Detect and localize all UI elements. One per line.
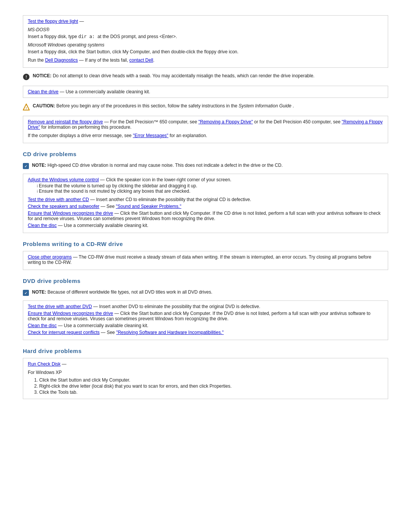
cd-row-volume: Adjust the Windows volume control — Clic… — [28, 177, 383, 194]
volume-sublist: Ensure that the volume is turned up by c… — [37, 183, 383, 194]
ensure-windows-cd-link[interactable]: Ensure that Windows recognizes the drive — [28, 211, 113, 216]
hard-drive-box: Run Check Disk — For Windows XP Click th… — [23, 358, 388, 399]
caution-1: ! CAUTION: Before you begin any of the p… — [23, 102, 388, 112]
check-speakers-link[interactable]: Check the speakers and subwoofer — [28, 204, 99, 209]
volume-sub2: Ensure that the sound is not muted by cl… — [37, 189, 383, 194]
test-another-dvd-link[interactable]: Test the drive with another DVD — [28, 304, 92, 309]
dvd-row-windows-recognizes: Ensure that Windows recognizes the drive… — [28, 311, 383, 321]
notice-icon: ! — [23, 73, 30, 80]
svg-text:✓: ✓ — [24, 165, 27, 168]
cd-row-speakers: Check the speakers and subwoofer — See "… — [28, 204, 383, 209]
cd-drive-heading: CD drive problems — [23, 151, 388, 157]
clean-drive-box: Clean the drive — Use a commercially ava… — [23, 86, 388, 98]
check-interrupt-link[interactable]: Check for interrupt request conflicts — [28, 330, 100, 335]
check-disk-steps: Click the Start button and click My Comp… — [39, 377, 383, 395]
sound-speaker-problems-link[interactable]: "Sound and Speaker Problems." — [116, 204, 182, 209]
clean-disc-dvd-link[interactable]: Clean the disc — [28, 323, 57, 328]
svg-text:!: ! — [26, 106, 27, 110]
close-other-programs-link[interactable]: Close other programs — [28, 254, 72, 260]
check-disk-step-1: Click the Start button and click My Comp… — [39, 377, 383, 383]
svg-text:✓: ✓ — [24, 291, 27, 295]
ensure-windows-dvd-link[interactable]: Ensure that Windows recognizes the drive — [28, 311, 113, 316]
test-floppy-dash: — — [79, 19, 84, 24]
msdos-instruction: Insert a floppy disk, type dir a: at the… — [28, 34, 383, 39]
removing-floppy-link1[interactable]: "Removing a Floppy Drive" — [198, 119, 253, 125]
test-another-cd-link[interactable]: Test the drive with another CD — [28, 197, 89, 202]
notice-1: ! NOTICE: Do not attempt to clean drive … — [23, 72, 388, 82]
svg-text:!: ! — [25, 75, 27, 79]
notice-text: NOTICE: Do not attempt to clean drive he… — [33, 73, 314, 78]
clean-disc-cd-link[interactable]: Clean the disc — [28, 223, 57, 228]
dvd-drive-box: Test the drive with another DVD — Insert… — [23, 300, 388, 340]
dell-diagnostics-link[interactable]: Dell Diagnostics — [45, 58, 78, 63]
test-floppy-link[interactable]: Test the floppy drive light — [28, 19, 78, 24]
run-check-disk-row: Run Check Disk — — [28, 361, 383, 367]
note-dvd: ✓ NOTE: Because of different worldwide f… — [23, 288, 388, 297]
note-cd-text: NOTE: High-speed CD drive vibration is n… — [32, 163, 283, 168]
adjust-volume-link[interactable]: Adjust the Windows volume control — [28, 177, 99, 182]
dir-command: dir a: — [78, 34, 98, 39]
resolving-incompatibilities-link[interactable]: "Resolving Software and Hardware Incompa… — [116, 330, 224, 335]
test-floppy-row: Test the floppy drive light — — [28, 19, 383, 24]
dvd-row-clean-disc: Clean the disc — Use a commercially avai… — [28, 323, 383, 328]
contact-dell-link[interactable]: contact Dell — [129, 58, 153, 63]
run-diagnostics-row: Run the Dell Diagnostics — If any of the… — [28, 58, 383, 63]
dvd-drive-heading: DVD drive problems — [23, 278, 388, 284]
reinstall-row2: If the computer displays a drive error m… — [28, 133, 383, 138]
note-icon-dvd: ✓ — [23, 290, 29, 296]
cd-row-another-cd: Test the drive with another CD — Insert … — [28, 197, 383, 202]
check-disk-step-3: Click the Tools tab. — [39, 390, 383, 395]
dvd-row-another-dvd: Test the drive with another DVD — Insert… — [28, 304, 383, 309]
cdrw-box: Close other programs — The CD-RW drive m… — [23, 251, 388, 270]
error-messages-link[interactable]: "Error Messages" — [133, 133, 168, 138]
cdrw-heading: Problems writing to a CD-RW drive — [23, 241, 388, 247]
caution-text: CAUTION: Before you begin any of the pro… — [33, 103, 294, 109]
windows-instruction: Insert a floppy disk, click the Start bu… — [28, 49, 383, 54]
for-windows-label: For Windows XP — [28, 370, 383, 375]
msdos-label: MS-DOS® — [28, 27, 383, 32]
note-cd: ✓ NOTE: High-speed CD drive vibration is… — [23, 161, 388, 171]
reinstall-row1: Remove and reinstall the floppy drive — … — [28, 119, 383, 130]
cd-row-clean-disc: Clean the disc — Use a commercially avai… — [28, 223, 383, 228]
remove-reinstall-link[interactable]: Remove and reinstall the floppy drive — [28, 119, 103, 125]
cdrw-row1: Close other programs — The CD-RW drive m… — [28, 254, 383, 265]
dvd-row-interrupt: Check for interrupt request conflicts — … — [28, 330, 383, 335]
floppy-drive-box: Test the floppy drive light — MS-DOS® In… — [23, 15, 388, 68]
volume-sub1: Ensure that the volume is turned up by c… — [37, 183, 383, 189]
check-disk-step-2: Right-click the drive letter (local disk… — [39, 383, 383, 389]
ms-windows-label: Microsoft Windows operating systems — [28, 42, 383, 48]
caution-icon: ! — [23, 104, 30, 110]
run-check-disk-link[interactable]: Run Check Disk — [28, 361, 61, 367]
cd-drive-box: Adjust the Windows volume control — Clic… — [23, 174, 388, 233]
cd-row-windows-recognizes: Ensure that Windows recognizes the drive… — [28, 211, 383, 221]
note-icon-cd: ✓ — [23, 163, 29, 169]
note-dvd-text: NOTE: Because of different worldwide fil… — [32, 289, 212, 295]
hard-drive-heading: Hard drive problems — [23, 348, 388, 354]
clean-drive-link[interactable]: Clean the drive — [28, 89, 59, 94]
reinstall-box: Remove and reinstall the floppy drive — … — [23, 116, 388, 143]
